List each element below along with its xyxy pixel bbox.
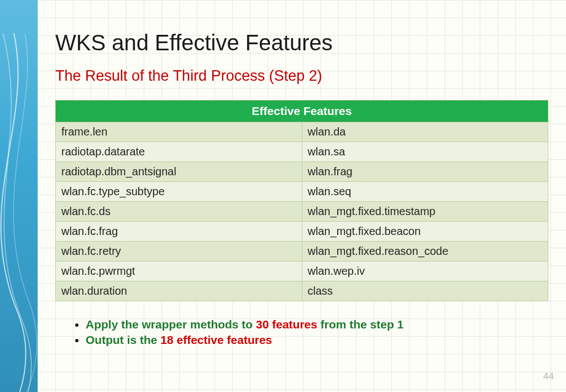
cell: wlan_mgt.fixed.beacon (302, 222, 548, 242)
cell: wlan.da (302, 122, 548, 142)
bullet-pre: Output is the (86, 333, 160, 346)
cell: radiotap.datarate (56, 142, 302, 162)
cell: wlan.fc.frag (56, 222, 302, 242)
table-row: radiotap.dataratewlan.sa (56, 142, 548, 162)
cell: wlan.fc.type_subtype (56, 182, 302, 202)
cell: wlan.fc.retry (56, 242, 302, 262)
cell: frame.len (56, 122, 302, 142)
table-row: wlan.durationclass (56, 281, 548, 301)
cell: wlan.wep.iv (302, 262, 548, 281)
slide-theme-sidebar (0, 0, 38, 392)
table-row: wlan.fc.fragwlan_mgt.fixed.beacon (56, 222, 548, 242)
table-row: wlan.fc.type_subtypewlan.seq (56, 182, 548, 202)
bullet-item: Apply the wrapper methods to 30 features… (86, 317, 548, 332)
wave-decoration (0, 33, 38, 392)
table-row: wlan.fc.pwrmgtwlan.wep.iv (56, 262, 548, 281)
cell: wlan.duration (56, 281, 302, 301)
table-row: frame.lenwlan.da (56, 122, 548, 142)
bullet-list: Apply the wrapper methods to 30 features… (55, 317, 548, 348)
bullet-item: Output is the 18 effective features (86, 332, 548, 348)
cell: radiotap.dbm_antsignal (56, 162, 302, 182)
bullet-post: from the step 1 (317, 318, 403, 331)
cell: wlan.sa (302, 142, 548, 162)
bullet-em: 30 features (256, 318, 317, 331)
cell: class (302, 281, 548, 301)
cell: wlan.seq (302, 182, 548, 202)
slide-subtitle: The Result of the Third Process (Step 2) (55, 67, 548, 85)
table-row: wlan.fc.retrywlan_mgt.fixed.reason_code (56, 242, 548, 262)
slide-body: WKS and Effective Features The Result of… (38, 0, 566, 392)
cell: wlan.frag (302, 162, 548, 182)
cell: wlan.fc.ds (56, 202, 302, 222)
page-number: 44 (543, 371, 554, 382)
table-header: Effective Features (56, 101, 548, 122)
table-row: radiotap.dbm_antsignalwlan.frag (56, 162, 548, 182)
bullet-pre: Apply the wrapper methods to (86, 318, 256, 331)
cell: wlan_mgt.fixed.timestamp (302, 202, 548, 222)
bullet-em: 18 effective features (160, 333, 272, 346)
cell: wlan_mgt.fixed.reason_code (302, 242, 548, 262)
table-row: wlan.fc.dswlan_mgt.fixed.timestamp (56, 202, 548, 222)
cell: wlan.fc.pwrmgt (56, 262, 302, 281)
effective-features-table: Effective Features frame.lenwlan.da radi… (55, 100, 548, 301)
slide-title: WKS and Effective Features (55, 30, 548, 55)
